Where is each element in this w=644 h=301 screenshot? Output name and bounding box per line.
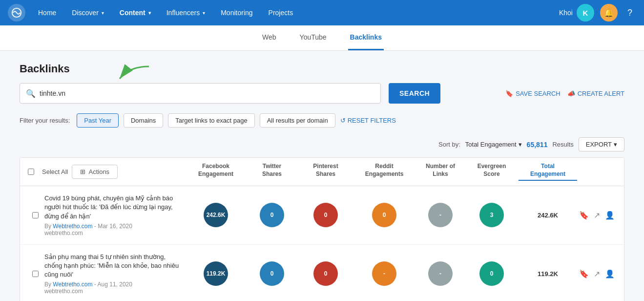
bookmark-row-icon[interactable]: 🔖 bbox=[579, 211, 589, 220]
pinterest-shares: 0 bbox=[299, 261, 353, 286]
links-circle: - bbox=[428, 261, 453, 286]
avatar: K bbox=[577, 4, 594, 22]
number-of-links: - bbox=[416, 261, 465, 286]
facebook-engagement: 242.6K bbox=[187, 203, 245, 227]
chevron-down-icon: ▾ bbox=[102, 10, 104, 16]
filter-past-year[interactable]: Past Year bbox=[77, 113, 119, 128]
article-source-link[interactable]: Webtretho.com bbox=[53, 223, 92, 230]
number-of-links: - bbox=[416, 203, 465, 227]
article-domain: webtretho.com bbox=[44, 288, 182, 295]
nav-content[interactable]: Content ▾ bbox=[113, 6, 158, 20]
article-title[interactable]: Sản phụ mang thai 5 tự nhiên sinh thường… bbox=[44, 253, 182, 280]
filter-domains[interactable]: Domains bbox=[124, 113, 163, 128]
results-count: 65,811 bbox=[527, 141, 548, 149]
article-title[interactable]: Covid 19 bùng phát, chuyên gia Mỹ cảnh b… bbox=[44, 194, 182, 221]
total-value: 119.2K bbox=[538, 270, 558, 278]
results-bar: Sort by: Total Engagement ▾ 65,811 Resul… bbox=[20, 137, 624, 151]
nav-home[interactable]: Home bbox=[31, 6, 63, 20]
results-label: Results bbox=[552, 141, 573, 148]
col-pinterest: PinterestShares bbox=[299, 163, 353, 181]
filter-target-links[interactable]: Target links to exact page bbox=[168, 113, 254, 128]
select-all-checkbox[interactable] bbox=[28, 169, 34, 175]
table-row: Sản phụ mang thai 5 tự nhiên sinh thường… bbox=[20, 245, 624, 301]
notification-bell[interactable]: 🔔 bbox=[600, 4, 618, 22]
total-value: 242.6K bbox=[538, 212, 558, 219]
article-date: Aug 11, 2020 bbox=[98, 281, 132, 288]
twitter-shares: 0 bbox=[245, 203, 299, 227]
page-title: Backlinks bbox=[20, 63, 624, 75]
table-header-actions: Select All ⊞ Actions FacebookEngagement … bbox=[20, 158, 624, 186]
filter-row: Filter your results: Past Year Domains T… bbox=[20, 113, 624, 128]
bookmark-row-icon[interactable]: 🔖 bbox=[579, 269, 589, 279]
evergreen-circle: 0 bbox=[479, 261, 504, 286]
article-domain: webtretho.com bbox=[44, 230, 182, 236]
nav-projects[interactable]: Projects bbox=[262, 6, 300, 20]
nav-monitoring[interactable]: Monitoring bbox=[214, 6, 259, 20]
sort-label: Sort by: bbox=[438, 141, 460, 148]
col-links: Number ofLinks bbox=[416, 163, 465, 181]
col-twitter: TwitterShares bbox=[245, 163, 299, 181]
twitter-circle: 0 bbox=[260, 261, 284, 286]
article-date: Mar 16, 2020 bbox=[98, 223, 132, 230]
bookmark-icon: 🔖 bbox=[505, 90, 513, 97]
col-reddit: RedditEngagements bbox=[353, 163, 416, 181]
row-checkbox-cell bbox=[28, 212, 42, 218]
search-button[interactable]: SEARCH bbox=[389, 83, 440, 104]
search-icon: 🔍 bbox=[26, 89, 36, 98]
row-checkbox[interactable] bbox=[32, 271, 39, 277]
filter-all-results[interactable]: All results per domain bbox=[260, 113, 335, 128]
total-engagement: 242.6K bbox=[519, 211, 577, 219]
nav-user[interactable]: Khoi K bbox=[559, 4, 594, 22]
facebook-circle: 242.6K bbox=[204, 203, 228, 227]
evergreen-score: 3 bbox=[465, 203, 519, 227]
row-checkbox[interactable] bbox=[32, 212, 39, 218]
article-source-link[interactable]: Webtretho.com bbox=[53, 281, 92, 288]
chevron-down-icon: ▾ bbox=[148, 10, 151, 16]
chevron-down-icon: ▾ bbox=[519, 141, 522, 148]
row-actions: 🔖 ↗ 👤 bbox=[577, 211, 616, 220]
links-circle: - bbox=[428, 203, 453, 227]
chevron-down-icon: ▾ bbox=[203, 10, 205, 16]
table-container: Select All ⊞ Actions FacebookEngagement … bbox=[20, 157, 624, 301]
article-cell: Covid 19 bùng phát, chuyên gia Mỹ cảnh b… bbox=[42, 192, 187, 238]
user-add-icon[interactable]: 👤 bbox=[605, 269, 615, 279]
tab-backlinks[interactable]: Backlinks bbox=[348, 25, 384, 50]
refresh-icon: ↺ bbox=[340, 117, 346, 124]
navbar: Home Discover ▾ Content ▾ Influencers ▾ … bbox=[0, 0, 644, 25]
twitter-circle: 0 bbox=[260, 203, 284, 227]
row-actions: 🔖 ↗ 👤 bbox=[577, 269, 616, 279]
twitter-shares: 0 bbox=[245, 261, 299, 286]
tab-web[interactable]: Web bbox=[260, 25, 278, 50]
article-meta: By Webtretho.com - Aug 11, 2020 bbox=[44, 281, 182, 288]
nav-discover[interactable]: Discover ▾ bbox=[65, 6, 110, 20]
tab-youtube[interactable]: YouTube bbox=[298, 25, 329, 50]
chevron-down-icon: ▾ bbox=[614, 141, 617, 148]
actions-button[interactable]: ⊞ Actions bbox=[72, 165, 118, 179]
share-row-icon[interactable]: ↗ bbox=[594, 269, 600, 279]
pinterest-circle: 0 bbox=[313, 203, 338, 227]
filter-label: Filter your results: bbox=[20, 117, 70, 124]
col-total[interactable]: TotalEngagement bbox=[519, 163, 577, 181]
article-cell: Sản phụ mang thai 5 tự nhiên sinh thường… bbox=[42, 251, 187, 297]
share-row-icon[interactable]: ↗ bbox=[594, 211, 600, 220]
reddit-engagements: - bbox=[353, 261, 416, 286]
tabs-bar: Web YouTube Backlinks bbox=[0, 25, 644, 51]
save-search-button[interactable]: 🔖 SAVE SEARCH bbox=[505, 90, 561, 97]
alert-icon: 📣 bbox=[567, 90, 575, 97]
col-evergreen: EvergreenScore bbox=[465, 163, 519, 181]
help-button[interactable]: ? bbox=[623, 8, 636, 18]
facebook-circle: 119.2K bbox=[204, 261, 228, 286]
facebook-engagement: 119.2K bbox=[187, 261, 245, 286]
create-alert-button[interactable]: 📣 CREATE ALERT bbox=[567, 90, 624, 97]
sort-button[interactable]: Total Engagement ▾ bbox=[465, 141, 522, 148]
nav-influencers[interactable]: Influencers ▾ bbox=[160, 6, 212, 20]
logo[interactable] bbox=[8, 4, 25, 22]
row-checkbox-cell bbox=[28, 271, 42, 277]
actions-icon: ⊞ bbox=[80, 168, 85, 175]
export-button[interactable]: EXPORT ▾ bbox=[579, 137, 624, 151]
user-add-icon[interactable]: 👤 bbox=[605, 211, 615, 220]
search-input[interactable] bbox=[40, 89, 374, 97]
reset-filters-button[interactable]: ↺ RESET FILTERS bbox=[340, 117, 396, 124]
search-row: 🔍 SEARCH 🔖 SAVE SEARCH 📣 CREATE ALERT bbox=[20, 83, 624, 104]
col-facebook: FacebookEngagement bbox=[187, 163, 245, 181]
